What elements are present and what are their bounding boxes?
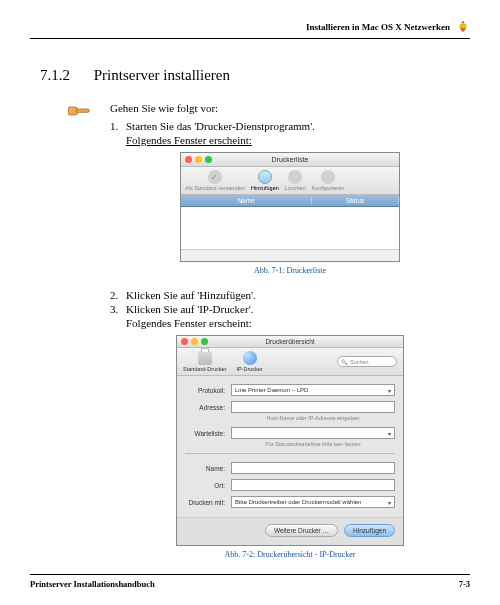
step-3-sub: Folgendes Fenster erscheint: (110, 317, 470, 329)
label-protokoll: Protokoll: (185, 387, 225, 394)
label-drucken: Drucken mit: (185, 499, 225, 506)
step-2: 2. Klicken Sie auf 'Hinzufügen'. (110, 289, 470, 301)
label-adresse: Adresse: (185, 404, 225, 411)
warteliste-hint: Für Standardwarteliste bitte leer lassen (185, 441, 395, 447)
standard-drucker-tab: Standard-Drucker (183, 351, 226, 372)
globe-icon (243, 351, 257, 365)
printer-icon (198, 351, 212, 365)
adresse-input (231, 401, 395, 413)
adresse-hint: Host-Name oder IP-Adresse eingeben (185, 415, 395, 421)
drucken-select: Bitte Druckertreiber oder Druckermodell … (231, 496, 395, 508)
config-button: Konfigurieren (312, 170, 345, 191)
window-titlebar: Druckerliste (181, 153, 399, 167)
checkmark-icon: ✓ (208, 170, 222, 184)
add-icon (258, 170, 272, 184)
window-titlebar: Druckerübersicht (177, 336, 403, 348)
label-warteliste: Warteliste: (185, 430, 225, 437)
name-input (231, 462, 395, 474)
col-status: Status (312, 197, 399, 204)
header-text: Installieren in Mac OS X Netzwerken (306, 22, 450, 32)
toolbar: Standard-Drucker IP-Drucker 🔍 Suchen (177, 348, 403, 376)
step-1: 1. Starten Sie das 'Drucker-Dienstprogra… (110, 120, 470, 132)
druckeruebersicht-window: Druckerübersicht Standard-Drucker IP-Dru… (176, 335, 404, 546)
apple-logo-icon (456, 20, 470, 34)
warteliste-input (231, 427, 395, 439)
figure-1: Druckerliste ✓ Als Standard verwenden Hi… (110, 152, 470, 275)
search-field: 🔍 Suchen (337, 356, 397, 367)
action-bar: Weitere Drucker … Hinzufügen (177, 517, 403, 545)
label-name: Name: (185, 465, 225, 472)
add-button: Hinzufügen (344, 524, 395, 537)
ort-input (231, 479, 395, 491)
label-ort: Ort: (185, 482, 225, 489)
toolbar: ✓ Als Standard verwenden Hinzufügen Lösc… (181, 167, 399, 195)
form: Protokoll: Line Printer Daemon – LPD Adr… (177, 376, 403, 517)
add-button: Hinzufügen (251, 170, 279, 191)
figure-1-caption: Abb. 7-1: Druckerliste (110, 266, 470, 275)
figure-2: Druckerübersicht Standard-Drucker IP-Dru… (110, 335, 470, 559)
section-title-text: Printserver installieren (94, 67, 230, 83)
window-title: Druckerliste (181, 156, 399, 163)
figure-2-caption: Abb. 7-2: Druckerübersicht - IP-Drucker (110, 550, 470, 559)
table-header: Name Status (181, 195, 399, 207)
gear-icon (321, 170, 335, 184)
section-number: 7.1.2 (40, 67, 90, 84)
footer-page-number: 7-3 (459, 579, 470, 589)
intro-text: Gehen Sie wie folgt vor: (110, 102, 470, 114)
divider (185, 453, 395, 454)
druckerliste-window: Druckerliste ✓ Als Standard verwenden Hi… (180, 152, 400, 262)
pointing-hand-icon (68, 102, 92, 120)
svg-rect-1 (76, 109, 89, 112)
protokoll-select: Line Printer Daemon – LPD (231, 384, 395, 396)
search-icon: 🔍 (341, 359, 348, 365)
window-footer (181, 249, 399, 261)
window-title: Druckerübersicht (177, 338, 403, 345)
delete-button: Löschen (285, 170, 306, 191)
ip-drucker-tab: IP-Drucker (236, 351, 262, 372)
step-3: 3. Klicken Sie auf 'IP-Drucker'. (110, 303, 470, 315)
page-header: Installieren in Mac OS X Netzwerken (30, 20, 470, 39)
default-button: ✓ Als Standard verwenden (185, 170, 245, 191)
col-name: Name (181, 197, 312, 204)
footer-left: Printserver Installationshandbuch (30, 579, 155, 589)
step-1-sub: Folgendes Fenster erscheint: (110, 134, 470, 146)
section-heading: 7.1.2 Printserver installieren (30, 67, 470, 84)
more-printers-button: Weitere Drucker … (265, 524, 338, 537)
delete-icon (288, 170, 302, 184)
page-footer: Printserver Installationshandbuch 7-3 (30, 574, 470, 589)
table-body (181, 207, 399, 249)
